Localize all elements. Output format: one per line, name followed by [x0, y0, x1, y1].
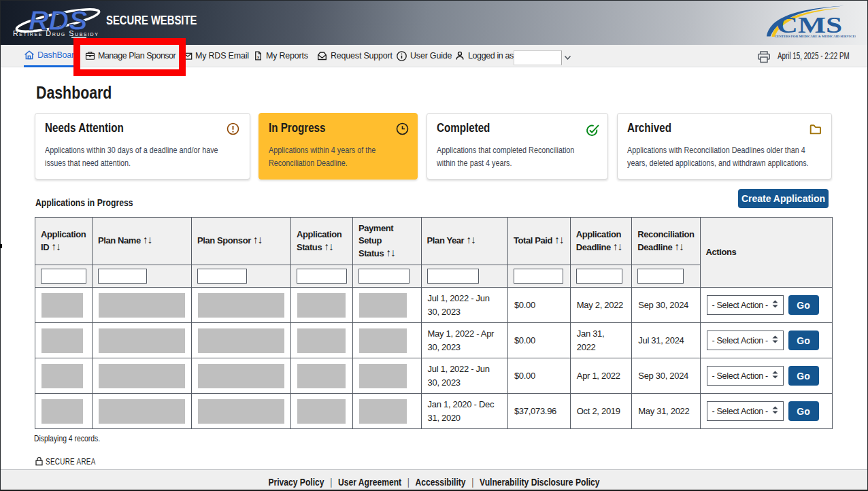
svg-text:CENTERS FOR MEDICARE & MEDICAI: CENTERS FOR MEDICARE & MEDICAID SERVICES — [775, 35, 856, 38]
svg-text:CMS: CMS — [777, 13, 843, 37]
svg-text:Retiree Drug Subsidy: Retiree Drug Subsidy — [13, 29, 99, 37]
svg-text:x: x — [257, 54, 260, 59]
